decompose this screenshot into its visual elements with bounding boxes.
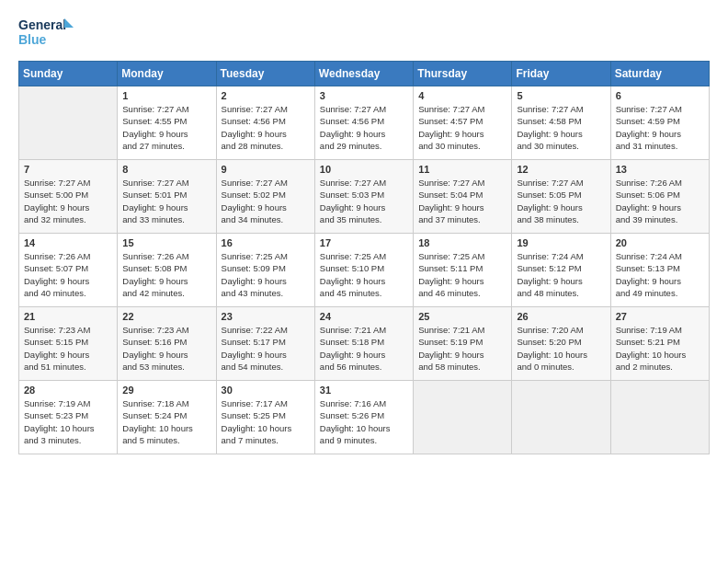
page-header: GeneralBlue [18, 15, 710, 52]
calendar-cell [610, 381, 709, 454]
day-number: 10 [320, 164, 408, 175]
column-header-monday: Monday [118, 62, 216, 86]
calendar-table: SundayMondayTuesdayWednesdayThursdayFrid… [18, 61, 710, 454]
column-header-wednesday: Wednesday [314, 62, 413, 86]
logo-svg: GeneralBlue [18, 15, 83, 52]
calendar-week-row: 7Sunrise: 7:27 AM Sunset: 5:00 PM Daylig… [19, 160, 710, 234]
day-info: Sunrise: 7:26 AM Sunset: 5:08 PM Dayligh… [122, 250, 210, 299]
calendar-cell: 23Sunrise: 7:22 AM Sunset: 5:17 PM Dayli… [216, 307, 314, 381]
calendar-cell [19, 86, 118, 160]
day-info: Sunrise: 7:27 AM Sunset: 5:02 PM Dayligh… [222, 177, 310, 225]
calendar-week-row: 14Sunrise: 7:26 AM Sunset: 5:07 PM Dayli… [19, 234, 710, 307]
calendar-cell: 9Sunrise: 7:27 AM Sunset: 5:02 PM Daylig… [216, 160, 314, 234]
day-info: Sunrise: 7:27 AM Sunset: 4:56 PM Dayligh… [222, 103, 310, 152]
calendar-cell: 18Sunrise: 7:25 AM Sunset: 5:11 PM Dayli… [414, 234, 512, 307]
day-number: 27 [616, 311, 704, 322]
calendar-cell: 12Sunrise: 7:27 AM Sunset: 5:05 PM Dayli… [512, 160, 610, 234]
calendar-cell: 24Sunrise: 7:21 AM Sunset: 5:18 PM Dayli… [314, 307, 413, 381]
day-number: 19 [517, 237, 605, 248]
day-number: 18 [418, 237, 506, 248]
calendar-cell: 1Sunrise: 7:27 AM Sunset: 4:55 PM Daylig… [118, 86, 216, 160]
calendar-week-row: 28Sunrise: 7:19 AM Sunset: 5:23 PM Dayli… [19, 381, 710, 454]
calendar-week-row: 1Sunrise: 7:27 AM Sunset: 4:55 PM Daylig… [19, 86, 710, 160]
calendar-cell: 5Sunrise: 7:27 AM Sunset: 4:58 PM Daylig… [512, 86, 610, 160]
calendar-cell: 15Sunrise: 7:26 AM Sunset: 5:08 PM Dayli… [118, 234, 216, 307]
calendar-cell: 2Sunrise: 7:27 AM Sunset: 4:56 PM Daylig… [216, 86, 314, 160]
day-number: 5 [517, 90, 605, 101]
day-info: Sunrise: 7:27 AM Sunset: 4:58 PM Dayligh… [517, 103, 605, 152]
calendar-cell [414, 381, 512, 454]
day-number: 15 [122, 237, 210, 248]
day-info: Sunrise: 7:23 AM Sunset: 5:15 PM Dayligh… [24, 324, 112, 373]
column-header-sunday: Sunday [19, 62, 118, 86]
svg-text:Blue: Blue [18, 32, 47, 47]
calendar-cell: 17Sunrise: 7:25 AM Sunset: 5:10 PM Dayli… [314, 234, 413, 307]
day-number: 28 [24, 385, 112, 396]
day-number: 9 [222, 164, 310, 175]
calendar-cell: 29Sunrise: 7:18 AM Sunset: 5:24 PM Dayli… [118, 381, 216, 454]
calendar-cell: 16Sunrise: 7:25 AM Sunset: 5:09 PM Dayli… [216, 234, 314, 307]
day-info: Sunrise: 7:19 AM Sunset: 5:23 PM Dayligh… [24, 397, 112, 446]
calendar-header-row: SundayMondayTuesdayWednesdayThursdayFrid… [19, 62, 710, 86]
day-info: Sunrise: 7:27 AM Sunset: 5:05 PM Dayligh… [517, 177, 605, 225]
calendar-cell: 7Sunrise: 7:27 AM Sunset: 5:00 PM Daylig… [19, 160, 118, 234]
day-number: 21 [24, 311, 112, 322]
day-number: 16 [222, 237, 310, 248]
day-info: Sunrise: 7:23 AM Sunset: 5:16 PM Dayligh… [122, 324, 210, 373]
calendar-cell: 3Sunrise: 7:27 AM Sunset: 4:56 PM Daylig… [314, 86, 413, 160]
day-info: Sunrise: 7:17 AM Sunset: 5:25 PM Dayligh… [222, 397, 310, 446]
day-number: 7 [24, 164, 112, 175]
calendar-cell: 28Sunrise: 7:19 AM Sunset: 5:23 PM Dayli… [19, 381, 118, 454]
day-info: Sunrise: 7:24 AM Sunset: 5:12 PM Dayligh… [517, 250, 605, 299]
column-header-tuesday: Tuesday [216, 62, 314, 86]
day-info: Sunrise: 7:25 AM Sunset: 5:10 PM Dayligh… [320, 250, 408, 299]
day-info: Sunrise: 7:20 AM Sunset: 5:20 PM Dayligh… [517, 324, 605, 373]
calendar-cell: 26Sunrise: 7:20 AM Sunset: 5:20 PM Dayli… [512, 307, 610, 381]
day-number: 22 [122, 311, 210, 322]
day-number: 2 [222, 90, 310, 101]
day-info: Sunrise: 7:18 AM Sunset: 5:24 PM Dayligh… [122, 397, 210, 446]
calendar-cell: 21Sunrise: 7:23 AM Sunset: 5:15 PM Dayli… [19, 307, 118, 381]
day-number: 3 [320, 90, 408, 101]
svg-text:General: General [18, 17, 66, 32]
calendar-cell: 25Sunrise: 7:21 AM Sunset: 5:19 PM Dayli… [414, 307, 512, 381]
day-info: Sunrise: 7:26 AM Sunset: 5:06 PM Dayligh… [616, 177, 704, 225]
day-info: Sunrise: 7:27 AM Sunset: 4:57 PM Dayligh… [418, 103, 506, 152]
day-info: Sunrise: 7:25 AM Sunset: 5:11 PM Dayligh… [418, 250, 506, 299]
day-number: 6 [616, 90, 704, 101]
day-number: 23 [222, 311, 310, 322]
day-info: Sunrise: 7:27 AM Sunset: 5:01 PM Dayligh… [122, 177, 210, 225]
day-info: Sunrise: 7:19 AM Sunset: 5:21 PM Dayligh… [616, 324, 704, 373]
calendar-cell: 10Sunrise: 7:27 AM Sunset: 5:03 PM Dayli… [314, 160, 413, 234]
calendar-cell: 20Sunrise: 7:24 AM Sunset: 5:13 PM Dayli… [610, 234, 709, 307]
calendar-week-row: 21Sunrise: 7:23 AM Sunset: 5:15 PM Dayli… [19, 307, 710, 381]
day-number: 17 [320, 237, 408, 248]
calendar-cell [512, 381, 610, 454]
day-number: 4 [418, 90, 506, 101]
calendar-cell: 22Sunrise: 7:23 AM Sunset: 5:16 PM Dayli… [118, 307, 216, 381]
calendar-cell: 27Sunrise: 7:19 AM Sunset: 5:21 PM Dayli… [610, 307, 709, 381]
day-number: 25 [418, 311, 506, 322]
day-info: Sunrise: 7:27 AM Sunset: 5:00 PM Dayligh… [24, 177, 112, 225]
day-number: 30 [222, 385, 310, 396]
day-info: Sunrise: 7:27 AM Sunset: 4:55 PM Dayligh… [122, 103, 210, 152]
column-header-thursday: Thursday [414, 62, 512, 86]
svg-marker-2 [64, 18, 74, 28]
day-info: Sunrise: 7:21 AM Sunset: 5:18 PM Dayligh… [320, 324, 408, 373]
day-info: Sunrise: 7:25 AM Sunset: 5:09 PM Dayligh… [222, 250, 310, 299]
day-info: Sunrise: 7:27 AM Sunset: 4:56 PM Dayligh… [320, 103, 408, 152]
day-number: 26 [517, 311, 605, 322]
day-info: Sunrise: 7:27 AM Sunset: 5:03 PM Dayligh… [320, 177, 408, 225]
calendar-cell: 14Sunrise: 7:26 AM Sunset: 5:07 PM Dayli… [19, 234, 118, 307]
day-number: 12 [517, 164, 605, 175]
calendar-cell: 8Sunrise: 7:27 AM Sunset: 5:01 PM Daylig… [118, 160, 216, 234]
day-number: 8 [122, 164, 210, 175]
calendar-cell: 11Sunrise: 7:27 AM Sunset: 5:04 PM Dayli… [414, 160, 512, 234]
day-number: 14 [24, 237, 112, 248]
day-number: 29 [122, 385, 210, 396]
logo: GeneralBlue [18, 15, 83, 52]
calendar-cell: 19Sunrise: 7:24 AM Sunset: 5:12 PM Dayli… [512, 234, 610, 307]
calendar-cell: 13Sunrise: 7:26 AM Sunset: 5:06 PM Dayli… [610, 160, 709, 234]
day-info: Sunrise: 7:26 AM Sunset: 5:07 PM Dayligh… [24, 250, 112, 299]
day-number: 31 [320, 385, 408, 396]
